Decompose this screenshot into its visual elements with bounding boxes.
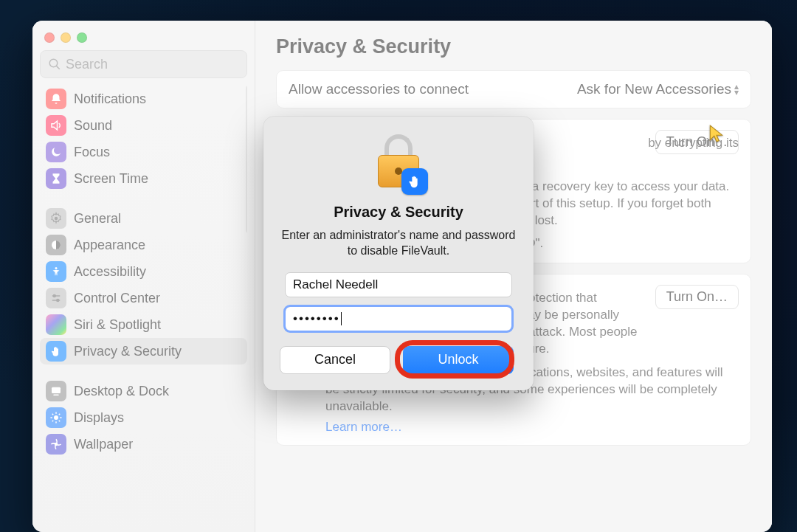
dialog-title: Privacy & Security (334, 204, 463, 221)
hand-badge-icon (401, 168, 428, 195)
cancel-button[interactable]: Cancel (280, 346, 390, 374)
password-field[interactable]: •••••••• (285, 306, 512, 331)
dialog-message: Enter an administrator's name and passwo… (280, 228, 517, 259)
unlock-button[interactable]: Unlock (403, 346, 514, 374)
auth-dialog: Privacy & Security Enter an administrato… (263, 117, 534, 390)
text-cursor (341, 312, 342, 325)
lock-icon (370, 134, 427, 195)
password-dots: •••••••• (293, 311, 340, 326)
username-field[interactable] (285, 272, 512, 297)
